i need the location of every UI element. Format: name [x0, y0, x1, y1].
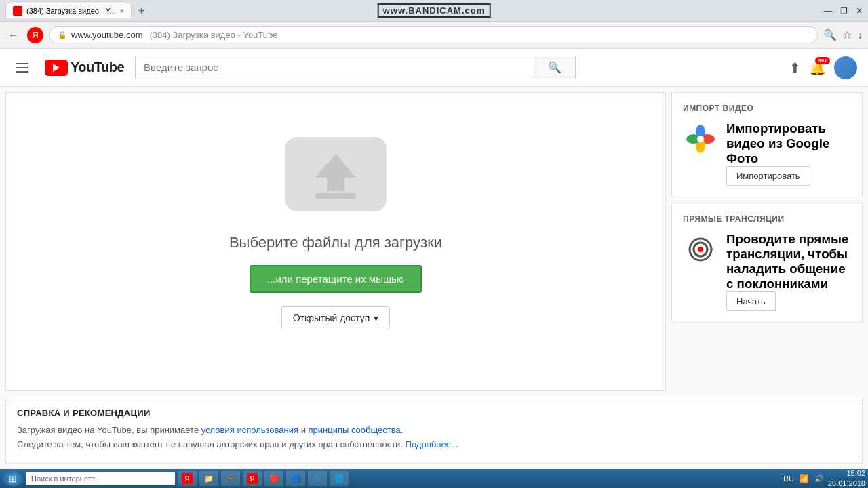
upload-title: Выберите файлы для загрузки — [229, 234, 442, 251]
import-card-text: Импортировать видео из Google Фото Импор… — [726, 121, 851, 186]
address-search-icon[interactable]: 🔍 — [823, 28, 837, 41]
terms-link[interactable]: условия использования — [201, 425, 298, 435]
help-section: СПРАВКА И РЕКОМЕНДАЦИИ Загружая видео на… — [5, 396, 863, 464]
import-card-content: Импортировать видео из Google Фото Импор… — [683, 121, 851, 186]
help-text2-before: Следите за тем, чтобы ваш контент не нар… — [17, 439, 406, 449]
help-text-between: и — [298, 425, 309, 435]
lang-indicator: RU — [782, 474, 795, 483]
search-form: 🔍 — [135, 56, 576, 79]
live-card-title: ПРЯМЫЕ ТРАНСЛЯЦИИ — [683, 214, 851, 224]
youtube-logo-icon — [45, 60, 68, 76]
upload-area: Выберите файлы для загрузки ...или перет… — [5, 92, 666, 391]
network-icon: 📶 — [798, 474, 810, 483]
live-card-content: Проводите прямые трансляции, чтобы налад… — [683, 232, 851, 311]
tab-title: (384) Загрузка видео - Y... — [26, 7, 116, 15]
close-btn[interactable]: ✕ — [856, 6, 863, 16]
yandex-icon: Я — [27, 27, 43, 43]
youtube-logo[interactable]: YouTube — [45, 60, 124, 76]
taskbar: Поиск в интернете Я 📁 🎮 Я 🔴 🟦 S 🌐 RU 📶 🔊… — [0, 469, 868, 488]
skype-icon: S — [312, 473, 323, 484]
learn-more-link[interactable]: Подробнее... — [406, 439, 458, 449]
upload-icon[interactable]: ⬆ — [789, 60, 801, 76]
access-dropdown-button[interactable]: Открытый доступ ▾ — [281, 306, 391, 329]
volume-icon: 🔊 — [813, 474, 825, 483]
svg-rect-2 — [315, 193, 356, 199]
bandicam-watermark: www.BANDICAM.com — [378, 3, 491, 18]
clock-time: 15:02 — [828, 468, 865, 479]
import-video-card: ИМПОРТ ВИДЕО — [671, 92, 863, 197]
header-right: ⬆ 🔔 99+ — [789, 56, 857, 79]
live-streams-card: ПРЯМЫЕ ТРАНСЛЯЦИИ — [671, 203, 863, 323]
lock-icon: 🔒 — [58, 30, 67, 39]
access-arrow-icon: ▾ — [374, 312, 378, 323]
upload-svg-icon — [281, 134, 390, 215]
page-title-in-bar: (384) Загрузка видео - YouTube — [150, 30, 278, 40]
youtube-logo-text: YouTube — [71, 60, 124, 75]
app6-icon: 🟦 — [290, 473, 301, 484]
window-controls: — ❐ ✕ — [824, 6, 863, 16]
restore-btn[interactable]: ❐ — [840, 6, 848, 16]
taskbar-app5[interactable]: 🔴 — [264, 471, 283, 486]
start-button[interactable] — [3, 471, 23, 486]
help-text-after: . — [401, 425, 403, 435]
import-card-desc: Импортировать видео из Google Фото — [726, 121, 851, 166]
minecraft-icon: 🎮 — [225, 473, 236, 484]
search-input[interactable] — [135, 56, 534, 79]
browser-tab[interactable]: (384) Загрузка видео - Y... × — [5, 3, 132, 18]
yandex2-taskbar-icon: Я — [247, 473, 258, 484]
google-photos-icon — [683, 121, 718, 157]
svg-point-8 — [698, 247, 703, 252]
back-button[interactable]: ← — [5, 28, 22, 43]
new-tab-btn[interactable]: + — [134, 3, 149, 18]
title-bar-left: (384) Загрузка видео - Y... × + — [5, 3, 149, 18]
taskbar-app6[interactable]: 🟦 — [286, 471, 305, 486]
taskbar-search-text: Поиск в интернете — [31, 474, 96, 483]
explorer-icon: 📁 — [203, 473, 214, 484]
app8-icon: 🌐 — [334, 473, 344, 484]
tab-favicon — [13, 6, 22, 16]
taskbar-yandex[interactable]: Я — [178, 471, 197, 486]
taskbar-right: RU 📶 🔊 15:02 26.01.2018 — [782, 468, 865, 488]
address-bar-right: 🔍 ☆ ↓ — [823, 28, 863, 41]
search-button[interactable]: 🔍 — [534, 56, 576, 79]
select-files-button[interactable]: ...или перетащите их мышью — [250, 265, 422, 293]
sidebar: ИМПОРТ ВИДЕО — [671, 87, 868, 396]
help-title: СПРАВКА И РЕКОМЕНДАЦИИ — [17, 408, 851, 418]
yandex-taskbar-icon: Я — [182, 473, 193, 484]
community-link[interactable]: принципы сообщества — [309, 425, 401, 435]
youtube-header: YouTube 🔍 ⬆ 🔔 99+ — [0, 49, 868, 87]
minimize-btn[interactable]: — — [824, 6, 832, 16]
svg-point-7 — [697, 136, 704, 142]
bookmark-icon[interactable]: ☆ — [842, 28, 852, 41]
main-content: Выберите файлы для загрузки ...или перет… — [0, 87, 868, 396]
url-bar[interactable]: 🔒 www.youtube.com (384) Загрузка видео -… — [49, 26, 818, 43]
app5-icon: 🔴 — [269, 473, 279, 484]
notification-badge: 99+ — [815, 57, 830, 64]
taskbar-time: 15:02 26.01.2018 — [828, 468, 865, 488]
help-text: Загружая видео на YouTube, вы принимаете… — [17, 424, 851, 452]
taskbar-yandex2[interactable]: Я — [243, 471, 262, 486]
access-label: Открытый доступ — [293, 312, 370, 323]
live-card-text: Проводите прямые трансляции, чтобы налад… — [726, 232, 851, 311]
download-icon[interactable]: ↓ — [857, 29, 863, 41]
live-broadcast-svg — [684, 233, 717, 266]
import-card-title: ИМПОРТ ВИДЕО — [683, 104, 851, 113]
taskbar-explorer[interactable]: 📁 — [199, 471, 218, 486]
tab-close-btn[interactable]: × — [120, 7, 124, 15]
clock-date: 26.01.2018 — [828, 479, 865, 488]
taskbar-search-box[interactable]: Поиск в интернете — [26, 472, 175, 485]
address-bar: ← Я 🔒 www.youtube.com (384) Загрузка вид… — [0, 22, 868, 49]
hamburger-menu[interactable] — [11, 58, 34, 78]
user-avatar[interactable] — [834, 56, 857, 79]
live-broadcast-icon — [683, 232, 718, 267]
start-live-button[interactable]: Начать — [726, 291, 776, 311]
help-text-before: Загружая видео на YouTube, вы принимаете — [17, 425, 201, 435]
notification-btn[interactable]: 🔔 99+ — [809, 60, 826, 76]
taskbar-minecraft[interactable]: 🎮 — [221, 471, 240, 486]
taskbar-skype[interactable]: S — [308, 471, 327, 486]
live-card-desc: Проводите прямые трансляции, чтобы налад… — [726, 232, 851, 291]
title-bar: (384) Загрузка видео - Y... × + www.BAND… — [0, 0, 868, 22]
url-text: www.youtube.com — [71, 30, 143, 40]
import-button[interactable]: Импортировать — [726, 166, 810, 186]
taskbar-app8[interactable]: 🌐 — [330, 471, 349, 486]
